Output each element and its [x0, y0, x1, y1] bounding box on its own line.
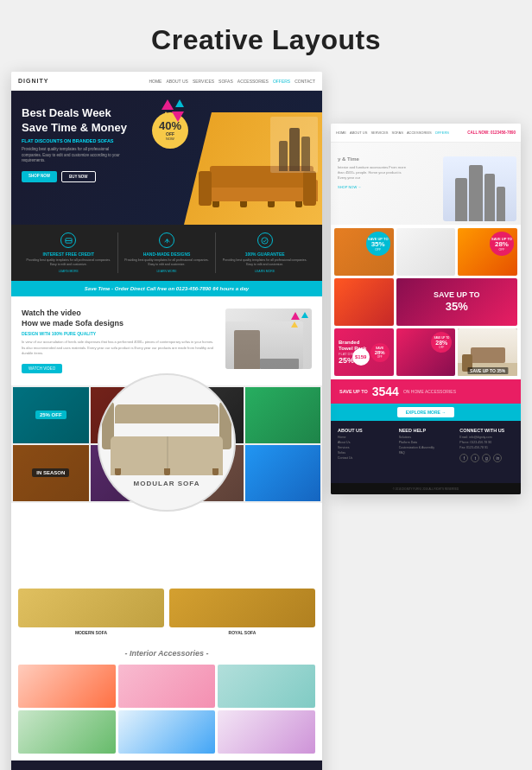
right-google-icon[interactable]: g — [482, 454, 491, 462]
shop-now-btn[interactable]: SHOP NOW — [22, 171, 57, 182]
nav-sofas[interactable]: SOFAS — [218, 79, 233, 84]
feature-guarantee: 100% GUARANTEE Providing best quality te… — [216, 232, 314, 273]
nav-offers[interactable]: OFFERS — [273, 79, 290, 84]
rp-item-1[interactable]: SAVE UP TO 35% OFF — [334, 228, 394, 276]
feature-desc-guarantee: Providing best quality templates for all… — [220, 258, 309, 267]
interior-item-6[interactable] — [218, 710, 315, 754]
rp-item-4[interactable] — [334, 278, 394, 326]
product-thumb-4[interactable] — [245, 387, 321, 443]
rp-item-2[interactable] — [396, 228, 456, 276]
product-card-royal[interactable]: ROYAL SOFA — [169, 589, 315, 635]
hero-title: Best Deals Week Save Time & Money — [22, 106, 127, 136]
circle-product-highlight: MODULAR SOFA — [98, 373, 236, 512]
right-products: SAVE UP TO 35% OFF SAVE UP TO 28% OFF — [331, 225, 521, 379]
rp-item-5[interactable]: SAVE UP TO35% — [396, 278, 517, 326]
right-twitter-icon[interactable]: t — [471, 454, 479, 462]
interior-item-1[interactable] — [18, 665, 116, 708]
rnav-sofas[interactable]: SOFAS — [392, 130, 403, 135]
product-badge-5: IN SEASON — [32, 468, 69, 477]
nav-accessories[interactable]: ACCESSORIES — [238, 79, 269, 84]
right-footer-links: ABOUT US HomeAbout UsServicesSofasContac… — [331, 421, 521, 483]
hero-sofa-image — [184, 112, 322, 225]
save-number: 3544 — [372, 385, 399, 398]
explore-more-btn[interactable]: EXPLORE MORE → — [397, 407, 455, 417]
rfoot-connect-title: CONNECT WITH US — [459, 428, 514, 433]
credit-icon — [60, 232, 76, 248]
rnav-accessories[interactable]: ACCESSORIES — [407, 130, 432, 135]
feature-handmade: HAND-MADE DESIGNS Providing best quality… — [118, 232, 217, 273]
rnav-about[interactable]: ABOUT US — [350, 130, 367, 135]
video-title: Watch the video How we made Sofa designs — [22, 309, 217, 328]
feature-title-guarantee: 100% GUARANTEE — [220, 251, 309, 257]
rfoot-about-links: HomeAbout UsServicesSofasContact Us — [338, 436, 392, 461]
hero-triangles — [162, 99, 184, 122]
feature-link-guarantee[interactable]: LEARN MORE — [220, 270, 309, 273]
feature-title-handmade: HAND-MADE DESIGNS — [123, 251, 212, 257]
hero-sub: FLAT DISCOUNTS ON BRANDED SOFAS — [22, 138, 127, 143]
interior-item-5[interactable] — [118, 710, 216, 754]
right-family-img — [443, 156, 516, 221]
right-facebook-icon[interactable]: f — [459, 454, 468, 462]
right-explore: EXPLORE MORE → — [331, 404, 521, 421]
rfoot-about: ABOUT US HomeAbout UsServicesSofasContac… — [338, 428, 392, 480]
product-thumb-1[interactable]: 25% OFF — [13, 387, 89, 443]
left-nav-links: HOME ABOUT US SERVICES SOFAS ACCESSORIES… — [149, 79, 315, 84]
right-hero-text: y & Time Interior and furniture accessor… — [331, 143, 443, 225]
interior-item-4[interactable] — [18, 710, 116, 754]
watch-video-btn[interactable]: WATCH VIDEO — [22, 364, 62, 373]
nav-contact[interactable]: CONTACT — [294, 79, 315, 84]
feature-link-handmade[interactable]: LEARN MORE — [123, 270, 212, 273]
modern-sofa-label: MODERN SOFA — [18, 630, 164, 635]
branded-save-badge: SAVE 28% OFF — [370, 343, 390, 362]
nav-home[interactable]: HOME — [149, 79, 162, 84]
handmade-icon — [159, 232, 174, 248]
right-footer: ABOUT US HomeAbout UsServicesSofasContac… — [331, 421, 521, 494]
left-hero: Best Deals Week Save Time & Money FLAT D… — [11, 91, 322, 225]
video-text: Watch the video How we made Sofa designs… — [22, 309, 217, 373]
rnav-services[interactable]: SERVICES — [370, 130, 388, 135]
hero-desc: Providing best quality templates for all… — [22, 147, 125, 164]
video-sub: DESIGN WITH 100% PURE QUALITY — [22, 331, 217, 336]
cyan-info-bar: Save Time - Order Direct Call free on 01… — [11, 281, 322, 296]
badge-now: NOW — [166, 137, 174, 141]
nav-services[interactable]: SERVICES — [193, 79, 214, 84]
rfoot-help: NEED HELP SolutionsPlatform DataCustomiz… — [399, 428, 453, 480]
left-footer: ABOUT US HomeAbout UsServicesSofasAccess… — [11, 760, 322, 770]
feature-desc-handmade: Providing best quality templates for all… — [123, 258, 212, 267]
svg-point-3 — [262, 238, 268, 244]
save-label: SAVE UP TO — [339, 389, 368, 394]
left-video-section: Watch the video How we made Sofa designs… — [11, 296, 322, 385]
nav-about[interactable]: ABOUT US — [166, 79, 187, 84]
product-thumb-8[interactable] — [245, 445, 321, 501]
rnav-home[interactable]: HOME — [336, 130, 346, 135]
left-screenshot: DIGNITY HOME ABOUT US SERVICES SOFAS ACC… — [11, 72, 322, 770]
right-hero-link[interactable]: SHOP NOW → — [338, 185, 436, 189]
right-nav: HOME ABOUT US SERVICES SOFAS ACCESSORIES… — [331, 124, 521, 143]
buy-now-btn[interactable]: BUY NOW — [61, 171, 96, 182]
video-image — [225, 309, 312, 369]
rnav-offers[interactable]: OFFERS — [435, 130, 449, 135]
interior-grid — [18, 665, 315, 754]
right-linkedin-icon[interactable]: in — [493, 454, 502, 462]
screenshots-container: DIGNITY HOME ABOUT US SERVICES SOFAS ACC… — [11, 72, 521, 770]
feature-link-credit[interactable]: LEARN MORE — [24, 270, 113, 273]
product-card-modern[interactable]: MODERN SOFA — [18, 589, 164, 635]
rp-item-8[interactable]: SAVE UP TO 28% OFF — [396, 328, 456, 376]
product-thumb-5[interactable]: IN SEASON — [13, 445, 89, 501]
right-social-icons: f t g in — [459, 454, 514, 462]
right-nav-phone: CALL NOW: 0123456-7890 — [467, 130, 516, 135]
interior-item-3[interactable] — [218, 665, 315, 708]
save-badge-8: SAVE UP TO 28% OFF — [431, 332, 452, 353]
feature-title-credit: INTEREST FREE CREDIT — [24, 251, 113, 257]
right-hero-desc: Interior and furniture accessories From … — [338, 165, 407, 181]
interior-title: - Interior Accessories - — [18, 649, 315, 658]
product-overlay-5: IN SEASON — [13, 445, 89, 501]
page-title: Creative Layouts — [151, 0, 381, 72]
feature-desc-credit: Providing best quality templates for all… — [24, 258, 113, 267]
circle-product-label: MODULAR SOFA — [134, 480, 200, 487]
rp-item-9[interactable]: SAVE UP TO 35% — [458, 328, 517, 376]
interior-item-2[interactable] — [118, 665, 216, 708]
branded-towel[interactable]: BrandedTowel Pack FLAT DISCOUNT 25% $159… — [334, 328, 394, 376]
rp-item-3[interactable]: SAVE UP TO 28% OFF — [458, 228, 517, 276]
family-group — [455, 165, 505, 221]
